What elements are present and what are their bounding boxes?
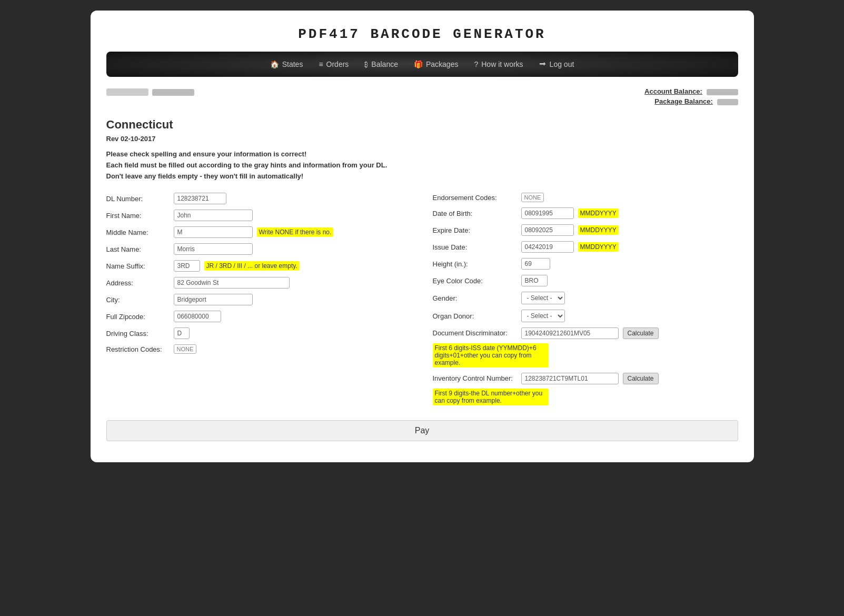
- nav-orders[interactable]: ≡ Orders: [319, 60, 349, 68]
- home-icon: 🏠: [270, 60, 279, 68]
- orders-icon: ≡: [319, 60, 323, 68]
- gender-select[interactable]: - Select - M F: [521, 292, 565, 304]
- instruction-1: Please check spelling and ensure your in…: [106, 150, 738, 158]
- calculate-doc-button[interactable]: Calculate: [623, 327, 659, 339]
- nav-how-it-works[interactable]: ? How it works: [474, 60, 523, 68]
- username-blurred: [152, 89, 194, 96]
- city-label: City:: [106, 296, 170, 304]
- dob-label: Date of Birth:: [433, 210, 517, 217]
- nav-packages[interactable]: 🎁 Packages: [414, 60, 458, 68]
- dl-number-input[interactable]: [174, 193, 226, 204]
- driving-class-input[interactable]: [174, 327, 190, 339]
- eye-color-input[interactable]: [521, 275, 548, 286]
- instruction-2: Each field must be filled out according …: [106, 161, 738, 169]
- rev-date: Rev 02-10-2017: [106, 135, 738, 143]
- pay-button[interactable]: Pay: [106, 420, 738, 441]
- calculate-inventory-button[interactable]: Calculate: [623, 373, 659, 384]
- first-name-input[interactable]: [174, 210, 253, 221]
- issue-date-input[interactable]: [521, 241, 574, 253]
- package-balance-value-blurred: [717, 99, 738, 105]
- height-label: Height (in.):: [433, 260, 517, 268]
- expire-date-hint: MMDDYYYY: [578, 225, 619, 235]
- eye-color-row: Eye Color Code:: [433, 275, 738, 286]
- main-container: PDF417 BARCODE GENERATOR 🏠 States ≡ Orde…: [91, 11, 754, 462]
- middle-name-row: Middle Name: Write NONE if there is no.: [106, 226, 412, 238]
- inventory-control-input[interactable]: [521, 373, 619, 384]
- dob-hint: MMDDYYYY: [578, 208, 619, 218]
- endorsement-codes-row: Endorsement Codes: NONE: [433, 193, 738, 202]
- account-balance-value-blurred: [707, 89, 738, 95]
- city-input[interactable]: [174, 294, 253, 305]
- organ-donor-row: Organ Donor: - Select - Yes No: [433, 310, 738, 322]
- issue-date-row: Issue Date: MMDDYYYY: [433, 241, 738, 253]
- last-name-row: Last Name:: [106, 243, 412, 255]
- dl-number-label: DL Number:: [106, 195, 170, 203]
- doc-discriminator-label: Document Discriminator:: [433, 327, 517, 337]
- restriction-codes-label: Restriction Codes:: [106, 345, 170, 353]
- city-row: City:: [106, 294, 412, 305]
- issue-date-label: Issue Date:: [433, 243, 517, 251]
- address-label: Address:: [106, 279, 170, 287]
- inventory-control-label: Inventory Control Number:: [433, 373, 517, 382]
- first-name-label: First Name:: [106, 212, 170, 220]
- middle-name-label: Middle Name:: [106, 228, 170, 236]
- pay-button-row: Pay: [106, 420, 738, 441]
- last-name-input[interactable]: [174, 243, 253, 255]
- instruction-3: Don't leave any fields empty - they won'…: [106, 172, 738, 180]
- organ-donor-select[interactable]: - Select - Yes No: [521, 310, 565, 322]
- instructions: Please check spelling and ensure your in…: [106, 150, 738, 180]
- doc-discriminator-input[interactable]: [521, 327, 619, 339]
- expire-date-input[interactable]: [521, 224, 574, 236]
- expire-date-row: Expire Date: MMDDYYYY: [433, 224, 738, 236]
- restriction-codes-value: NONE: [174, 344, 197, 354]
- form-left: DL Number: First Name: Middle Name: Writ…: [106, 193, 412, 405]
- height-row: Height (in.):: [433, 258, 738, 270]
- restriction-codes-row: Restriction Codes: NONE: [106, 344, 412, 354]
- form-section: DL Number: First Name: Middle Name: Writ…: [106, 193, 738, 405]
- name-suffix-hint: JR / 3RD / III / ... or leave empty.: [204, 261, 300, 271]
- nav-logout[interactable]: ⮕ Log out: [539, 60, 574, 68]
- height-input[interactable]: [521, 258, 550, 270]
- zipcode-input[interactable]: [174, 311, 221, 322]
- inventory-control-hint: First 9 digits-the DL number+other you c…: [433, 389, 549, 405]
- endorsement-codes-label: Endorsement Codes:: [433, 194, 517, 202]
- driving-class-label: Driving Class:: [106, 330, 170, 337]
- account-balance-link[interactable]: Account Balance:: [644, 87, 702, 95]
- nav-balance[interactable]: ₿ Balance: [364, 60, 398, 68]
- package-balance-link[interactable]: Package Balance:: [654, 97, 713, 105]
- dl-number-row: DL Number:: [106, 193, 412, 204]
- organ-donor-label: Organ Donor:: [433, 312, 517, 320]
- driving-class-row: Driving Class:: [106, 327, 412, 339]
- name-suffix-row: Name Suffix: JR / 3RD / III / ... or lea…: [106, 260, 412, 272]
- endorsement-codes-value: NONE: [521, 193, 544, 202]
- top-bar: Hi, Account Balance: Package Balance:: [106, 87, 738, 105]
- greeting: Hi,: [106, 87, 195, 96]
- dob-row: Date of Birth: MMDDYYYY: [433, 207, 738, 219]
- dob-input[interactable]: [521, 207, 574, 219]
- package-balance-row: Package Balance:: [644, 97, 738, 105]
- inventory-control-row: Inventory Control Number: Calculate Firs…: [433, 373, 738, 405]
- address-input[interactable]: [174, 277, 290, 289]
- name-suffix-input[interactable]: [174, 260, 200, 272]
- site-title: PDF417 BARCODE GENERATOR: [106, 26, 738, 42]
- gender-label: Gender:: [433, 294, 517, 302]
- middle-name-input[interactable]: [174, 226, 253, 238]
- first-name-row: First Name:: [106, 210, 412, 221]
- gender-row: Gender: - Select - M F: [433, 292, 738, 304]
- account-balance-row: Account Balance:: [644, 87, 738, 95]
- last-name-label: Last Name:: [106, 245, 170, 253]
- navbar: 🏠 States ≡ Orders ₿ Balance 🎁 Packages ?…: [106, 52, 738, 77]
- page-title: Connecticut: [106, 118, 738, 132]
- expire-date-label: Expire Date:: [433, 226, 517, 234]
- account-balance-section: Account Balance: Package Balance:: [644, 87, 738, 105]
- packages-icon: 🎁: [414, 60, 423, 68]
- middle-name-hint: Write NONE if there is no.: [257, 227, 334, 237]
- doc-discriminator-row: Document Discriminator: Calculate First …: [433, 327, 738, 367]
- name-suffix-label: Name Suffix:: [106, 262, 170, 270]
- doc-discriminator-hint: First 6 digits-ISS date (YYMMDD)+6 digit…: [433, 343, 549, 367]
- zipcode-label: Full Zipcode:: [106, 313, 170, 321]
- eye-color-label: Eye Color Code:: [433, 277, 517, 285]
- bitcoin-icon: ₿: [364, 60, 368, 68]
- form-right: Endorsement Codes: NONE Date of Birth: M…: [433, 193, 738, 405]
- nav-states[interactable]: 🏠 States: [270, 60, 303, 68]
